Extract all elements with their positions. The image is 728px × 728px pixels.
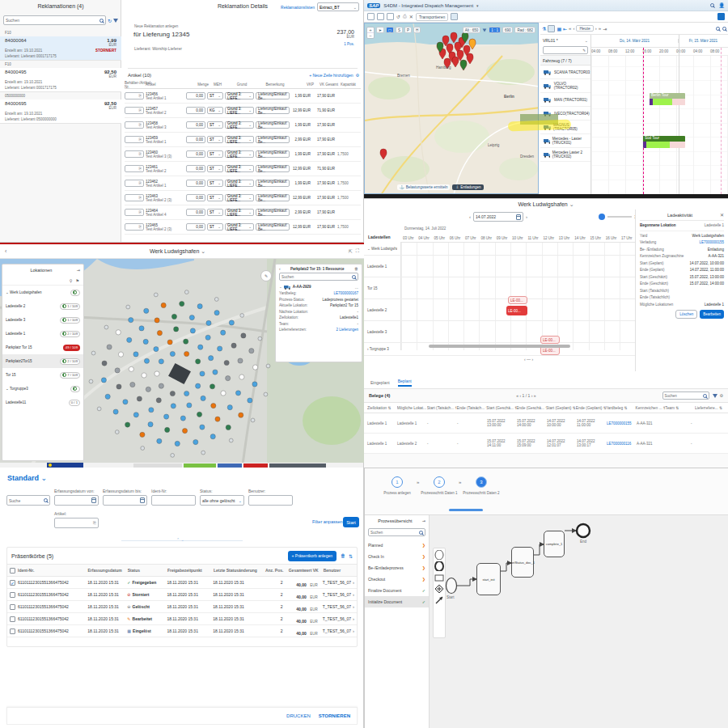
collapse-handle[interactable]: ⌃ ⌄ bbox=[176, 537, 184, 542]
menge-input[interactable]: 0,00 bbox=[186, 107, 205, 114]
wizard-step[interactable]: 2 Prozessschritt Daten 1 bbox=[418, 476, 460, 495]
chevron-right-icon[interactable]: › bbox=[353, 580, 354, 585]
ident-input[interactable] bbox=[151, 495, 196, 506]
meh-select[interactable]: ST⌄ bbox=[207, 223, 223, 231]
menge-input[interactable]: 0,00 bbox=[186, 180, 205, 187]
process-item[interactable]: Planned ❯ bbox=[365, 540, 429, 551]
bemerkung-input[interactable]: Lieferung/Einkauf: Be... bbox=[256, 107, 290, 114]
location-item[interactable]: ⌄ Werk Ludwigshafen bbox=[2, 286, 83, 299]
container-input[interactable]: ⎘ bbox=[125, 150, 144, 158]
yard-block[interactable]: LE-00... bbox=[508, 296, 527, 304]
zoom-out-icon[interactable]: − bbox=[367, 32, 374, 38]
vehicle-row[interactable]: SCANIA TRACTOR03 bbox=[540, 66, 590, 79]
location-item[interactable]: ⌄ Torgruppe3 bbox=[2, 382, 83, 396]
meh-select[interactable]: ST⌄ bbox=[207, 165, 223, 172]
prev-day-icon[interactable]: ‹ bbox=[469, 214, 471, 219]
location-item[interactable]: Ladestelle11 0 / 1 bbox=[2, 396, 83, 409]
filter-select[interactable]: VRL01 * bbox=[543, 38, 558, 43]
gantt-bar[interactable]: Süd Tour bbox=[643, 136, 685, 148]
delete-icon[interactable]: 🗑 bbox=[341, 553, 345, 558]
search-input[interactable]: Suche bbox=[6, 495, 50, 506]
back-icon[interactable]: ‹ bbox=[5, 248, 6, 254]
location-item[interactable]: Parkplatz2Tor15 2 / 109 bbox=[2, 354, 83, 368]
zoom-in-search-icon[interactable] bbox=[716, 27, 720, 31]
process-search-input[interactable]: Suchen bbox=[368, 528, 425, 536]
date-from-input[interactable] bbox=[54, 495, 99, 506]
list-select[interactable]: Extract_BT⌄ bbox=[317, 2, 359, 11]
bemerkung-input[interactable]: Lieferung/Einkauf: Be... bbox=[256, 165, 290, 172]
cancel-button[interactable]: STORNIEREN bbox=[319, 713, 350, 718]
refresh-icon[interactable]: ↻ bbox=[108, 18, 112, 23]
column-header[interactable]: Ende (Geschä... ⇅ bbox=[516, 406, 546, 410]
next-fast-icon[interactable]: » bbox=[599, 26, 601, 31]
tab-beplant[interactable]: Beplant bbox=[398, 379, 412, 387]
wizard-step[interactable]: 1 Prozess anlegen bbox=[376, 476, 418, 495]
close-icon[interactable]: ✕ bbox=[409, 14, 413, 19]
settings-icon[interactable]: ⚙ bbox=[720, 393, 723, 398]
grund-select[interactable]: Grund 3: LIEFE...⌄ bbox=[225, 165, 254, 172]
grund-select[interactable]: Grund 3: LIEFE...⌄ bbox=[225, 121, 254, 129]
chevron-right-icon[interactable]: › bbox=[353, 604, 354, 609]
user-input[interactable] bbox=[248, 495, 293, 506]
bemerkung-input[interactable]: Lieferung/Einkauf: Be... bbox=[256, 92, 290, 99]
select-tool[interactable]: ▢ bbox=[386, 27, 394, 33]
search-icon[interactable] bbox=[99, 19, 104, 23]
column-header[interactable]: Kennzeichen ... ⇅ bbox=[635, 406, 665, 410]
meh-select[interactable]: ST⌄ bbox=[207, 194, 223, 201]
zoom-slider-track[interactable] bbox=[607, 216, 632, 218]
go-button[interactable]: Start bbox=[343, 517, 359, 527]
gantt-bar[interactable]: Berlin Tour bbox=[650, 93, 685, 106]
process-item[interactable]: Initialize Document ✓ bbox=[365, 596, 429, 607]
prev-icon[interactable]: ‹ bbox=[573, 26, 574, 31]
meh-select[interactable]: KG⌄ bbox=[207, 107, 223, 114]
lane-row[interactable]: Tor 15 bbox=[364, 277, 635, 299]
location-item[interactable]: Parkplatz Tor 15 49 / 109 bbox=[2, 341, 83, 354]
unload-button[interactable]: ⇩Entladungen bbox=[452, 184, 484, 190]
chart-icon[interactable] bbox=[548, 25, 555, 32]
filter-icon[interactable] bbox=[113, 19, 118, 23]
table-icon[interactable] bbox=[377, 13, 384, 20]
lane-row[interactable]: Ladestelle 2 bbox=[364, 299, 635, 321]
share-icon[interactable]: ⇱ bbox=[349, 248, 353, 254]
menge-input[interactable]: 0,00 bbox=[186, 136, 205, 143]
bemerkung-input[interactable]: Lieferung/Einkauf: Be... bbox=[256, 223, 290, 231]
location-item[interactable]: Tor 15 7 / 109 bbox=[2, 368, 83, 382]
column-header[interactable]: Ende (Geplant) ⇅ bbox=[576, 406, 606, 410]
grid-icon[interactable]: ▦ bbox=[557, 26, 561, 32]
back-icon[interactable]: ‹ bbox=[279, 266, 281, 271]
chevron-right-icon[interactable]: › bbox=[353, 616, 354, 621]
lane-row[interactable]: Ladestelle 1 bbox=[364, 256, 635, 277]
meh-select[interactable]: ST⌄ bbox=[207, 136, 223, 143]
create-basket-button[interactable]: + Präsentkorb anlegen bbox=[288, 551, 336, 561]
reklamation-list-item[interactable]: 84000064 1,99 EUR Erstellt am: 19.10.202… bbox=[0, 36, 121, 61]
meh-select[interactable]: ST⌄ bbox=[207, 92, 223, 99]
bemerkung-input[interactable]: Lieferung/Einkauf: Be... bbox=[256, 150, 290, 158]
column-header[interactable]: Mögliche Lokat... ⇅ bbox=[397, 406, 427, 410]
column-header[interactable]: Team ⇅ bbox=[665, 406, 695, 410]
horizontal-scrollbar[interactable] bbox=[429, 345, 570, 348]
resource-search-input[interactable]: Suchen bbox=[279, 273, 358, 281]
container-input[interactable]: ⎘ bbox=[125, 165, 144, 172]
grund-select[interactable]: Grund 3: LIEFE...⌄ bbox=[225, 194, 254, 201]
edit-button[interactable]: Bearbeiten bbox=[700, 310, 724, 319]
container-input[interactable]: ⎘ bbox=[125, 223, 144, 231]
grid-pagination[interactable]: ‹ ― › bbox=[524, 357, 533, 362]
resource-search-input[interactable]: ✎ bbox=[543, 46, 588, 54]
map-zoom-control[interactable]: + − bbox=[366, 27, 375, 39]
row-checkbox[interactable] bbox=[10, 592, 15, 598]
basket-row[interactable]: 61101112301551366475042 18.11.2020 15:31… bbox=[7, 625, 357, 637]
layers-tool[interactable]: S bbox=[396, 27, 403, 33]
close-icon[interactable]: ✕ bbox=[720, 212, 724, 218]
load-values-button[interactable]: ⚓Belastungswerte ermitteln bbox=[397, 184, 450, 190]
meh-select[interactable]: ST⌄ bbox=[207, 121, 223, 129]
yard-block[interactable]: LE-00... bbox=[506, 306, 527, 315]
grund-select[interactable]: Grund 3: LIEFE...⌄ bbox=[225, 150, 254, 158]
zoom-slider-knob[interactable] bbox=[599, 214, 605, 220]
yard-block[interactable]: LE-00... bbox=[540, 336, 560, 344]
meh-select[interactable]: ST⌄ bbox=[207, 209, 223, 216]
doc-icon[interactable] bbox=[451, 13, 458, 20]
filter-icon[interactable] bbox=[713, 394, 717, 398]
bemerkung-input[interactable]: Lieferung/Einkauf: Be... bbox=[256, 209, 290, 216]
grund-select[interactable]: Grund 3: LIEFE...⌄ bbox=[225, 136, 254, 143]
legend-icon[interactable]: ⚲ bbox=[70, 278, 73, 283]
